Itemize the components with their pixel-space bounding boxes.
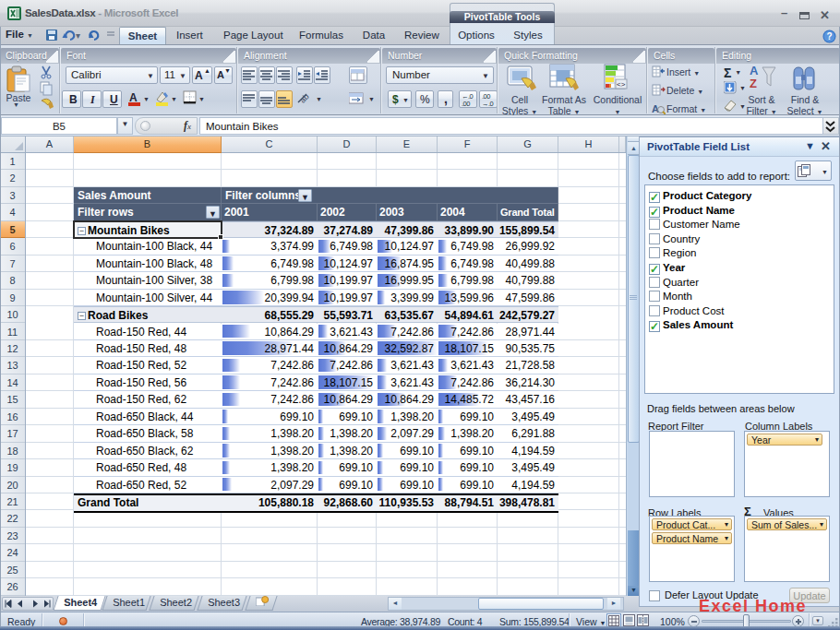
svg-text:Z: Z	[750, 77, 757, 90]
svg-text:?: ?	[826, 31, 832, 42]
svg-text:A: A	[750, 64, 759, 77]
svg-text:ab: ab	[298, 92, 311, 105]
svg-text:▼: ▼	[739, 85, 746, 91]
svg-text:<>: <>	[617, 80, 626, 89]
